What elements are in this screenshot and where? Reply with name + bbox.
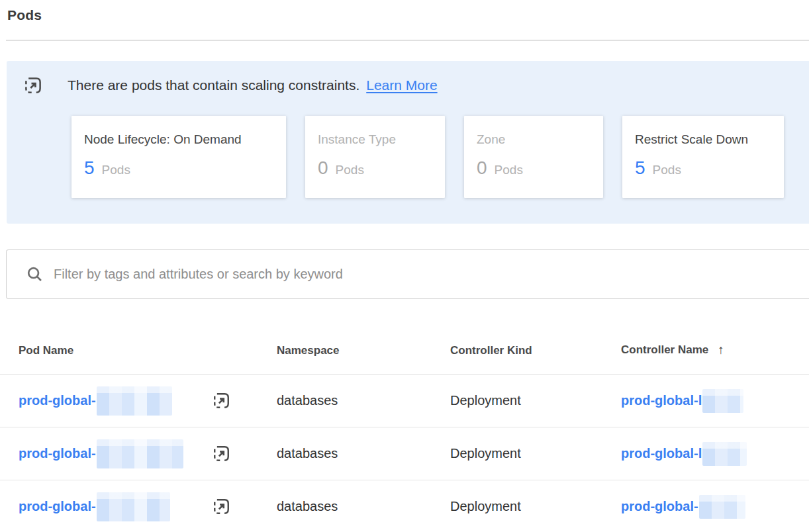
controller-kind-cell: Deployment [450,393,621,408]
pod-name-cell: prod-global- [19,375,277,427]
namespace-cell: databases [277,393,450,408]
controller-kind-cell: Deployment [450,446,621,461]
controller-kind-cell: Deployment [450,499,621,514]
title-divider [6,40,809,41]
redacted-controller-name [702,442,747,466]
table-header: Pod Name Namespace Controller Kind Contr… [0,299,809,375]
controller-name-cell: prod-global- [621,495,809,519]
banner-header: There are pods that contain scaling cons… [7,61,809,95]
scale-up-icon[interactable] [212,391,231,410]
learn-more-link[interactable]: Learn More [366,75,437,95]
card-title: Restrict Scale Down [635,132,771,147]
scale-up-icon[interactable] [212,497,231,516]
namespace-cell: databases [277,446,450,461]
card-unit: Pods [653,163,681,177]
table-row: prod-global- databases Deployment prod-g… [0,427,809,480]
redacted-pod-name [97,386,172,416]
controller-name-link[interactable]: prod-global-l [621,446,702,461]
column-header-controller-name[interactable]: Controller Name ↑ [621,343,809,374]
pod-name-link[interactable]: prod-global- [19,446,96,461]
card-title: Zone [477,132,590,147]
controller-name-link[interactable]: prod-global-l [621,393,702,408]
pods-page: Pods There are pods that contain scaling… [0,6,809,532]
sort-ascending-icon[interactable]: ↑ [718,343,724,357]
search-icon [26,265,44,283]
filter-input[interactable] [54,267,809,282]
column-header-controller-kind[interactable]: Controller Kind [450,344,621,374]
constraint-cards: Node Lifecycle: On Demand 5 Pods Instanc… [71,116,809,198]
card-count-row: 5 Pods [84,157,273,179]
card-unit: Pods [495,163,523,177]
page-title: Pods [7,6,809,24]
redacted-controller-name [702,389,743,413]
card-count-row: 0 Pods [477,157,590,179]
card-node-lifecycle[interactable]: Node Lifecycle: On Demand 5 Pods [71,116,286,198]
scaling-constraints-banner: There are pods that contain scaling cons… [7,61,809,224]
card-title: Instance Type [318,132,432,147]
controller-name-cell: prod-global-l [621,442,809,466]
redacted-controller-name [699,495,745,519]
redacted-pod-name [97,439,183,468]
card-instance-type[interactable]: Instance Type 0 Pods [305,116,445,198]
column-header-pod-name[interactable]: Pod Name [19,344,277,374]
pod-name-link[interactable]: prod-global- [19,499,96,514]
card-zone[interactable]: Zone 0 Pods [464,116,603,198]
namespace-cell: databases [277,499,450,514]
card-count: 5 [84,157,95,179]
scale-up-icon [23,75,43,95]
banner-message: There are pods that contain scaling cons… [68,75,359,95]
card-count: 0 [477,157,487,179]
card-count: 0 [318,157,328,179]
card-unit: Pods [102,163,130,177]
scale-up-icon[interactable] [212,444,231,463]
pod-name-cell: prod-global- [19,480,277,532]
card-count-row: 0 Pods [318,157,432,179]
pod-name-link[interactable]: prod-global- [19,393,96,408]
card-count: 5 [635,157,645,179]
card-count-row: 5 Pods [635,157,771,179]
card-restrict-scale-down[interactable]: Restrict Scale Down 5 Pods [622,116,784,198]
controller-name-cell: prod-global-l [621,389,809,413]
filter-bar [6,249,809,299]
pod-name-cell: prod-global- [19,427,277,480]
redacted-pod-name [97,492,170,521]
column-header-namespace[interactable]: Namespace [277,344,450,374]
card-title: Node Lifecycle: On Demand [84,132,273,147]
card-unit: Pods [336,163,364,177]
table-row: prod-global- databases Deployment prod-g… [0,480,809,532]
controller-name-link[interactable]: prod-global- [621,499,698,514]
table-row: prod-global- databases Deployment prod-g… [0,375,809,427]
